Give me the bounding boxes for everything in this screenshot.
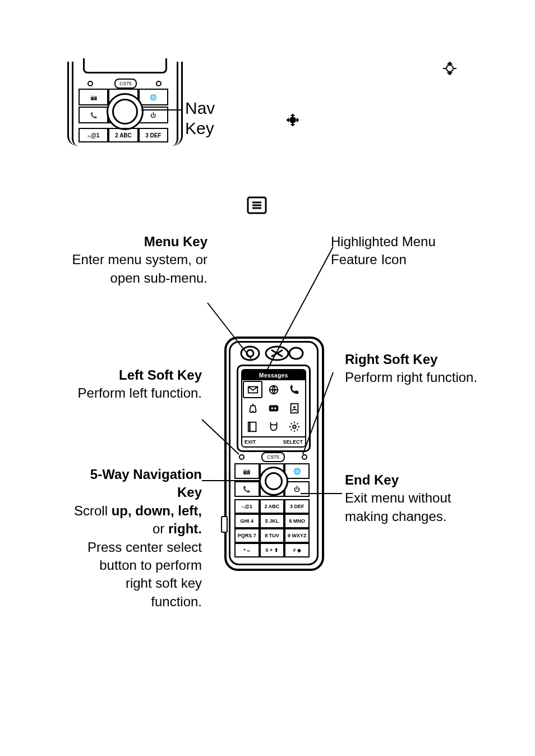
svg-point-26 xyxy=(293,426,297,429)
keypad-key: 9 WXYZ xyxy=(284,528,310,543)
menu-item-games-icon xyxy=(242,399,263,417)
svg-point-1 xyxy=(290,117,296,123)
menu-item-tools-icon xyxy=(263,418,284,436)
svg-point-14 xyxy=(247,350,253,357)
menu-item-settings-icon xyxy=(284,418,305,436)
right-soft-key-callout: Right Soft Key Perform right function. xyxy=(345,351,485,387)
svg-rect-25 xyxy=(248,422,250,432)
nav-key-center xyxy=(265,472,283,490)
five-way-callout: 5-Way Navigation Key Scroll up, down, le… xyxy=(73,465,202,611)
send-key-icon: 📞 xyxy=(234,481,260,497)
left-soft-key-callout: Left Soft Key Perform left function. xyxy=(56,366,202,403)
camera-icon: 📷 xyxy=(234,463,260,479)
crop-mark-icon xyxy=(443,62,456,75)
keypad-key: -.@1 xyxy=(234,499,260,514)
keypad-key: 8 TUV xyxy=(260,528,285,543)
keypad-key: 6 MNO xyxy=(284,514,310,528)
keypad-key: 3 DEF xyxy=(284,499,310,514)
keypad-key: 2 ABC xyxy=(108,128,138,142)
keypad-key: PQRS 7 xyxy=(234,528,260,543)
browser-key-icon: 🌐 xyxy=(284,463,310,479)
model-chip: C975 xyxy=(261,452,285,462)
svg-point-16 xyxy=(289,348,303,359)
svg-rect-19 xyxy=(269,405,279,411)
keypad-key: # ◈ xyxy=(284,543,310,557)
menu-item-office-icon xyxy=(242,418,263,436)
keypad-key: 0 + ⬆ xyxy=(260,543,285,557)
keypad-key: 5 JKL xyxy=(260,514,285,528)
side-button xyxy=(221,516,228,533)
svg-point-23 xyxy=(293,406,296,408)
crop-mark-icon xyxy=(286,113,299,127)
phone-illustration-large: Messages EXIT SELECT C975 xyxy=(224,336,320,566)
soft-label-select: SELECT xyxy=(283,439,303,445)
svg-point-20 xyxy=(271,407,273,409)
highlighted-callout: Highlighted Menu Feature Icon xyxy=(331,233,454,269)
svg-point-13 xyxy=(241,347,259,360)
svg-point-0 xyxy=(446,65,453,72)
menu-item-recent-calls-icon xyxy=(284,380,305,399)
menu-item-phonebook-icon xyxy=(284,399,305,417)
end-key-icon: ⏻ xyxy=(284,481,310,497)
phone-illustration-small: C975 📷▬🌐 📞⏻ -.@1 2 ABC 3 DEF xyxy=(67,62,179,146)
keypad-key: GHI 4 xyxy=(234,514,260,528)
menu-item-messages-icon xyxy=(242,380,263,399)
svg-point-21 xyxy=(274,407,276,409)
menu-item-browser-icon xyxy=(263,380,284,399)
keypad-key: -.@1 xyxy=(79,128,108,142)
screen-title: Messages xyxy=(242,370,305,380)
model-chip: C975 xyxy=(114,79,137,89)
end-key-callout: End Key Exit menu without making changes… xyxy=(345,471,474,525)
keypad-key: 2 ABC xyxy=(260,499,285,514)
soft-label-exit: EXIT xyxy=(245,439,256,445)
keypad: -.@1 2 ABC 3 DEF GHI 4 5 JKL 6 MNO PQRS … xyxy=(234,499,310,557)
keypad-key: * ⌣ xyxy=(234,543,260,557)
svg-rect-24 xyxy=(250,422,256,432)
keypad-key: 3 DEF xyxy=(139,128,168,142)
menu-key-callout: Menu Key Enter menu system, or open sub-… xyxy=(56,233,207,287)
menu-icon xyxy=(247,196,267,214)
nav-key-label: NavKey xyxy=(185,98,215,139)
menu-item-media-icon xyxy=(263,399,284,417)
